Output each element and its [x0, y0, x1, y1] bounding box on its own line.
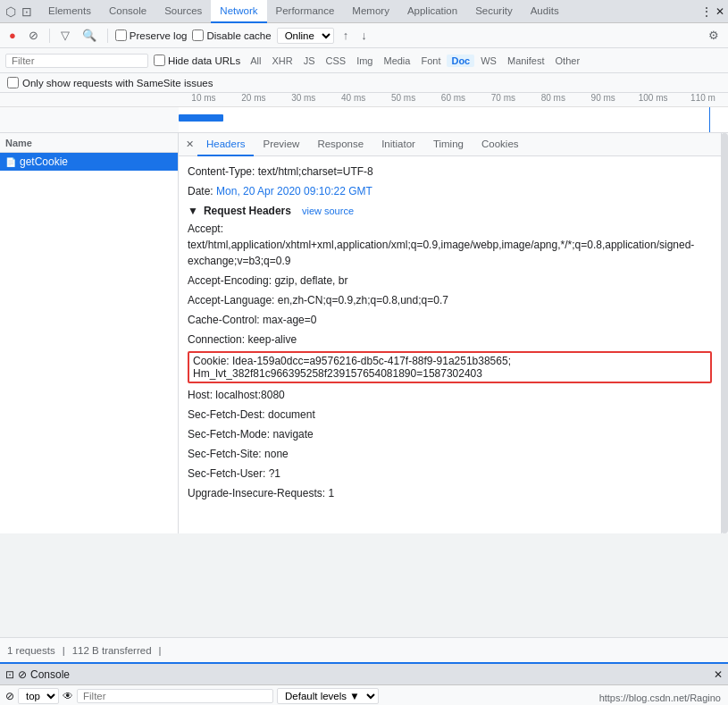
samesite-label[interactable]: Only show requests with SameSite issues: [7, 77, 213, 88]
view-source-link[interactable]: view source: [302, 206, 354, 216]
search-icon[interactable]: 🔍: [79, 27, 100, 44]
main-area: Name 📄 getCookie ✕ Headers Preview Respo…: [0, 133, 728, 533]
disable-cache-label[interactable]: Disable cache: [192, 29, 271, 41]
tl-80ms: 80 ms: [528, 93, 578, 106]
accept-label: Accept:: [188, 222, 223, 235]
device-icon[interactable]: ⊡: [20, 3, 34, 21]
detail-tab-cookies[interactable]: Cookies: [473, 133, 528, 156]
tab-network[interactable]: Network: [211, 0, 266, 23]
filter-all[interactable]: All: [246, 55, 265, 67]
timeline-track: [179, 107, 728, 132]
filter-xhr[interactable]: XHR: [267, 55, 297, 67]
record-button[interactable]: ●: [5, 27, 20, 44]
filter-manifest[interactable]: Manifest: [503, 55, 549, 67]
detail-tab-initiator[interactable]: Initiator: [372, 133, 424, 156]
console-close-icon[interactable]: ✕: [714, 668, 723, 681]
content-type-line: Content-Type: text/html;charset=UTF-8: [188, 162, 712, 181]
detail-content: Content-Type: text/html;charset=UTF-8 Da…: [179, 156, 721, 508]
accept-language-value: en,zh-CN;q=0.9,zh;q=0.8,und;q=0.7: [278, 294, 448, 306]
request-headers-title: Request Headers: [204, 205, 291, 217]
samesite-row: Only show requests with SameSite issues: [0, 73, 728, 93]
header-cookie-highlighted: Cookie: Idea-159a0dcc=a9576216-db5c-417f…: [188, 351, 712, 383]
sec-fetch-mode-label: Sec-Fetch-Mode:: [188, 428, 272, 441]
accept-encoding-label: Accept-Encoding:: [188, 274, 274, 287]
upload-icon[interactable]: ↑: [339, 27, 353, 44]
header-sec-fetch-user: Sec-Fetch-User: ?1: [188, 464, 712, 483]
request-icon: 📄: [5, 157, 16, 167]
url-text: https://blog.csdn.net/Ragino: [599, 692, 721, 703]
filter-img[interactable]: Img: [352, 55, 377, 67]
detail-close-button[interactable]: ✕: [182, 137, 197, 152]
filter-input[interactable]: [5, 54, 148, 68]
tl-70ms: 70 ms: [478, 93, 528, 106]
throttle-select[interactable]: Online: [277, 28, 334, 44]
request-row-getcookie[interactable]: 📄 getCookie: [0, 153, 178, 171]
preserve-log-checkbox[interactable]: [115, 29, 127, 41]
header-upgrade-insecure: Upgrade-Insecure-Requests: 1: [188, 483, 712, 503]
status-separator: |: [63, 645, 65, 656]
tab-audits[interactable]: Audits: [522, 0, 568, 23]
detail-tab-timing[interactable]: Timing: [424, 133, 473, 156]
status-separator-2: |: [159, 645, 162, 656]
accept-value: text/html,application/xhtml+xml,applicat…: [188, 239, 694, 267]
context-select[interactable]: top: [18, 688, 59, 704]
filter-other[interactable]: Other: [551, 55, 585, 67]
sec-fetch-dest-value: document: [268, 408, 315, 421]
cookie-value: Idea-159a0dcc=a9576216-db5c-417f-88f9-91…: [193, 355, 511, 380]
console-left-icon2[interactable]: ⊘: [18, 668, 27, 681]
tab-application[interactable]: Application: [398, 0, 466, 23]
url-bar: https://blog.csdn.net/Ragino: [592, 691, 728, 705]
header-sec-fetch-site: Sec-Fetch-Site: none: [188, 444, 712, 464]
cache-control-label: Cache-Control:: [188, 314, 263, 326]
detail-scrollbar[interactable]: [721, 133, 728, 533]
timeline-labels: 10 ms 20 ms 30 ms 40 ms 50 ms 60 ms 70 m…: [0, 93, 728, 107]
hide-data-urls-checkbox[interactable]: [154, 55, 165, 66]
host-value: localhost:8080: [215, 389, 284, 401]
settings-icon[interactable]: ⚙: [705, 27, 723, 44]
filter-media[interactable]: Media: [379, 55, 414, 67]
filter-ws[interactable]: WS: [476, 55, 501, 67]
close-devtools-icon[interactable]: ✕: [715, 5, 724, 18]
sec-fetch-user-label: Sec-Fetch-User:: [188, 467, 269, 480]
filter-js[interactable]: JS: [299, 55, 320, 67]
timeline-request-bar: [179, 114, 223, 122]
hide-data-urls-label[interactable]: Hide data URLs: [154, 55, 240, 66]
filter-icon[interactable]: ▽: [57, 27, 73, 44]
header-connection: Connection: keep-alive: [188, 330, 712, 349]
tab-elements[interactable]: Elements: [39, 0, 100, 23]
console-left-icon1[interactable]: ⊡: [5, 668, 14, 681]
clear-button[interactable]: ⊘: [25, 27, 42, 44]
request-headers-section[interactable]: ▼ Request Headers view source: [188, 201, 712, 219]
levels-select[interactable]: Default levels ▼: [277, 688, 379, 704]
detail-tab-headers[interactable]: Headers: [197, 133, 254, 156]
header-sec-fetch-dest: Sec-Fetch-Dest: document: [188, 405, 712, 424]
tab-memory[interactable]: Memory: [343, 0, 398, 23]
more-tools-icon[interactable]: ⋮: [701, 5, 712, 18]
filter-font[interactable]: Font: [416, 55, 445, 67]
tab-console[interactable]: Console: [100, 0, 155, 23]
header-accept: Accept: text/html,application/xhtml+xml,…: [188, 219, 712, 271]
detail-tab-response[interactable]: Response: [308, 133, 372, 156]
tab-sources[interactable]: Sources: [155, 0, 211, 23]
tab-security[interactable]: Security: [466, 0, 522, 23]
disable-cache-checkbox[interactable]: [192, 29, 204, 41]
disable-cache-text: Disable cache: [206, 30, 271, 41]
tab-performance[interactable]: Performance: [267, 0, 344, 23]
console-filter-input[interactable]: [77, 689, 273, 703]
inspect-icon[interactable]: ⬡: [4, 3, 18, 21]
preserve-log-text: Preserve log: [130, 30, 188, 41]
console-record-icon[interactable]: ⊘: [5, 690, 14, 702]
detail-tab-preview[interactable]: Preview: [254, 133, 308, 156]
upgrade-insecure-label: Upgrade-Insecure-Requests:: [188, 487, 328, 499]
preserve-log-label[interactable]: Preserve log: [115, 29, 188, 41]
tl-60ms: 60 ms: [429, 93, 479, 106]
samesite-checkbox[interactable]: [7, 77, 19, 88]
download-icon[interactable]: ↓: [357, 27, 371, 44]
detail-panel: ✕ Headers Preview Response Initiator Tim…: [179, 133, 721, 533]
eye-icon[interactable]: 👁: [63, 690, 73, 702]
date-value-text: Mon, 20 Apr 2020 09:10:22 GMT: [216, 185, 372, 197]
requests-panel: Name 📄 getCookie: [0, 133, 179, 533]
filter-css[interactable]: CSS: [322, 55, 351, 67]
tl-40ms: 40 ms: [329, 93, 379, 106]
filter-doc[interactable]: Doc: [447, 55, 474, 67]
